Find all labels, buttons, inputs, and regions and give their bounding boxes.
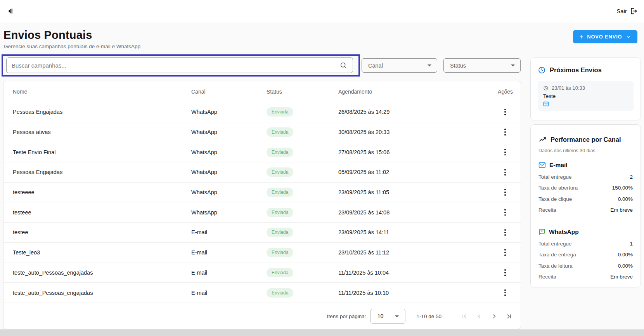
canal-filter-label: Canal [368,63,383,69]
status-badge: Enviada [267,228,293,237]
campaign-schedule: 23/09/2025 às 14:11 [338,229,497,235]
row-actions-menu-button[interactable] [501,207,509,218]
campaign-channel: WhatsApp [191,169,267,175]
first-page-button[interactable] [460,312,469,320]
email-icon [543,101,549,106]
plus-icon: + [579,33,583,40]
upcoming-sends-title: Próximos Envios [550,66,602,74]
status-badge: Enviada [267,107,293,117]
logout-icon [630,7,638,15]
last-page-button[interactable] [504,312,513,320]
row-actions-menu-button[interactable] [501,227,509,238]
row-actions-menu-button[interactable] [501,287,509,298]
search-input[interactable] [12,62,339,69]
table-row: Pessoas ativas WhatsApp Enviada 30/08/20… [3,122,521,143]
campaign-channel: E-mail [191,249,267,256]
chevron-down-icon [626,34,631,40]
campaign-schedule: 27/08/2025 às 15:06 [338,149,497,155]
campaign-schedule: 26/08/2025 às 14:29 [338,109,497,115]
trending-up-icon [538,136,547,144]
stat-row: Receita Em breve [538,274,633,280]
next-page-button[interactable] [490,312,498,320]
stat-value: 150.00% [612,185,633,191]
row-actions-menu-button[interactable] [501,146,509,158]
items-per-page-label: Itens por página: [327,313,366,319]
campaign-channel: WhatsApp [191,149,267,155]
row-actions-menu-button[interactable] [501,126,509,138]
table-row: Pessoas Engajadas WhatsApp Enviada 05/09… [3,162,521,183]
row-actions-menu-button[interactable] [501,167,509,178]
campaign-schedule: 30/08/2025 às 20:33 [338,129,497,135]
page-subtitle: Gerencie suas campanhas pontuais de e-ma… [4,44,140,49]
campaign-name: testeee [13,209,191,216]
first-page-icon [461,313,468,320]
collapse-sidebar-button[interactable] [5,5,16,17]
campaign-channel: WhatsApp [191,129,267,135]
logout-label: Sair [616,8,627,14]
campaign-schedule: 23/10/2025 às 11:12 [338,249,497,256]
status-filter-select[interactable]: Status [443,58,521,73]
stat-label: Total entregue [538,241,572,247]
campaign-channel: WhatsApp [191,189,267,195]
status-badge: Enviada [267,148,293,157]
email-icon [538,162,546,168]
new-send-button[interactable]: + NOVO ENVIO [573,30,637,43]
campaign-name: testeeee [13,189,191,195]
search-icon [339,61,348,70]
items-per-page-value: 10 [377,313,383,319]
campaign-name: Teste_leo3 [13,249,191,256]
stat-row: Total entregue 2 [538,174,633,180]
logout-button[interactable]: Sair [616,5,638,17]
stat-label: Total entregue [538,174,572,180]
stat-label: Taxa de clique [538,196,572,202]
campaign-name: Pessoas Engajadas [13,169,191,175]
row-actions-menu-button[interactable] [501,106,509,118]
table-row: testee E-mail Enviada 23/09/2025 às 14:1… [3,223,521,243]
table-row: teste_auto_Pessoas_engajadas E-mail Envi… [3,283,521,303]
row-actions-menu-button[interactable] [501,247,509,258]
campaign-name: testee [13,229,191,235]
upcoming-send-datetime: 23/01 às 10:33 [552,85,585,91]
previous-page-button[interactable] [475,312,483,320]
stat-row: Taxa de abertura 150.00% [538,185,633,191]
caret-down-icon [428,64,431,66]
upcoming-sends-card: Próximos Envios 23/01 às 10:33 Teste [530,57,641,120]
canal-filter-select[interactable]: Canal [362,58,437,73]
email-stats: Total entregue 2 Taxa de abertura 150.00… [538,174,633,213]
stat-value: 0.00% [618,252,633,258]
campaign-schedule: 23/09/2025 às 14:08 [338,209,497,216]
stat-value: 1 [630,241,633,247]
row-actions-menu-button[interactable] [501,267,509,278]
performance-subtitle: Dados dos últimos 30 dias [538,148,633,153]
status-badge: Enviada [267,127,293,137]
section-divider [538,220,633,220]
stat-value: 0.00% [618,196,633,202]
stat-value: Em breve [610,274,633,280]
search-field [6,57,353,73]
caret-down-icon [395,315,399,317]
row-actions-menu-button[interactable] [501,186,509,198]
items-per-page-select[interactable]: 10 [370,309,405,324]
campaign-name: Pessoas ativas [13,129,191,135]
collapse-sidebar-icon [7,7,15,15]
status-badge: Enviada [267,208,293,217]
table-header-row: Nome Canal Status Agendamento Ações [3,81,521,102]
stat-row: Taxa de leitura 0.00% [538,263,633,269]
status-badge: Enviada [267,268,293,277]
table-row: testeee WhatsApp Enviada 23/09/2025 às 1… [3,202,521,223]
page-title: Envios Pontuais [3,29,92,42]
table-body: Pessoas Engajadas WhatsApp Enviada 26/08… [3,102,521,303]
status-badge: Enviada [267,167,293,177]
stat-row: Taxa de clique 0.00% [538,196,633,202]
stat-label: Taxa de abertura [538,185,578,191]
campaign-channel: E-mail [191,270,267,276]
table-row: Pessoas Engajadas WhatsApp Enviada 26/08… [3,102,521,122]
campaign-schedule: 05/09/2025 às 11:02 [338,169,497,175]
campaign-name: Pessoas Engajadas [13,109,191,115]
chevron-left-icon [476,313,483,320]
page-range-label: 1-10 de 50 [416,313,441,319]
whatsapp-chat-icon [538,228,545,235]
status-badge: Enviada [267,248,293,257]
performance-card: Performance por Canal Dados dos últimos … [530,124,641,287]
campaign-schedule: 11/11/2025 às 10:04 [338,270,497,276]
